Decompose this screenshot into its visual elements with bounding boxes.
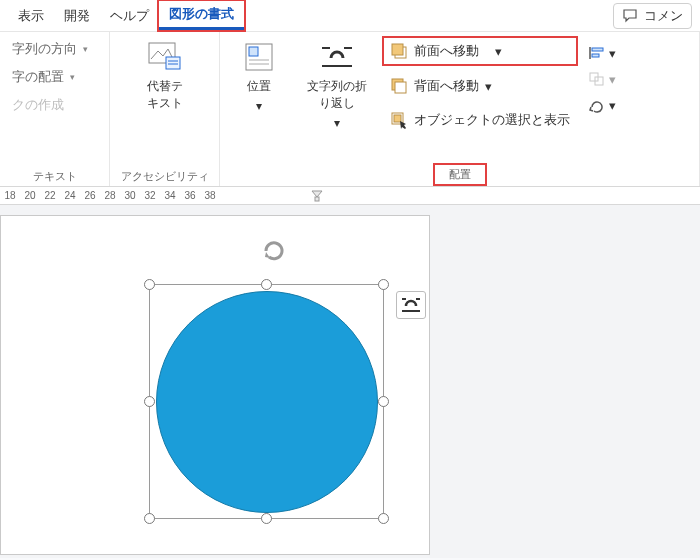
ruler-tick: 32 bbox=[140, 190, 160, 201]
position-label: 位置 bbox=[247, 78, 271, 95]
alt-text-button[interactable]: 代替テ キスト bbox=[134, 38, 196, 114]
chevron-down-icon: ▾ bbox=[495, 44, 502, 59]
chevron-down-icon: ▾ bbox=[609, 72, 616, 87]
layout-options-button[interactable] bbox=[396, 291, 426, 319]
svg-rect-19 bbox=[592, 54, 599, 57]
chevron-down-icon: ▾ bbox=[70, 72, 75, 82]
comments-button[interactable]: コメン bbox=[613, 3, 692, 29]
create-link-button: クの作成 bbox=[8, 94, 92, 116]
resize-handle-tl[interactable] bbox=[144, 279, 155, 290]
chevron-down-icon: ▾ bbox=[83, 44, 88, 54]
right-margin-marker-icon[interactable] bbox=[310, 189, 324, 203]
ruler-tick: 26 bbox=[80, 190, 100, 201]
create-link-label: クの作成 bbox=[12, 96, 64, 114]
resize-handle-tr[interactable] bbox=[378, 279, 389, 290]
oval-shape[interactable] bbox=[156, 291, 378, 513]
send-backward-icon bbox=[390, 77, 408, 95]
text-wrap-label: 文字列の折 り返し bbox=[307, 78, 367, 112]
rotate-icon bbox=[588, 96, 606, 114]
rotation-handle[interactable] bbox=[261, 238, 287, 264]
group-arrange-title: 配置 bbox=[435, 165, 485, 184]
picture-icon bbox=[148, 40, 182, 74]
selection-pane-icon bbox=[390, 111, 408, 129]
chevron-down-icon: ▾ bbox=[334, 116, 340, 130]
resize-handle-mr[interactable] bbox=[378, 396, 389, 407]
ruler-tick: 28 bbox=[100, 190, 120, 201]
text-wrap-button[interactable]: 文字列の折 り返し ▾ bbox=[298, 38, 376, 132]
send-backward-label: 背面へ移動 bbox=[414, 77, 479, 95]
ruler-tick: 38 bbox=[200, 190, 220, 201]
group-accessibility-title: アクセシビリティ bbox=[118, 167, 211, 184]
align-icon bbox=[588, 44, 606, 62]
chevron-down-icon: ▾ bbox=[256, 99, 262, 113]
text-direction-button[interactable]: 字列の方向▾ bbox=[8, 38, 92, 60]
selection-pane-label: オブジェクトの選択と表示 bbox=[414, 111, 570, 129]
comments-label: コメン bbox=[644, 7, 683, 25]
ruler-tick: 24 bbox=[60, 190, 80, 201]
resize-handle-ml[interactable] bbox=[144, 396, 155, 407]
ruler-tick: 22 bbox=[40, 190, 60, 201]
position-icon bbox=[242, 40, 276, 74]
bring-forward-label: 前面へ移動 bbox=[414, 42, 479, 60]
selection-pane-button[interactable]: オブジェクトの選択と表示 bbox=[384, 108, 576, 132]
tab-developer[interactable]: 開発 bbox=[54, 3, 100, 29]
chevron-down-icon: ▾ bbox=[609, 98, 616, 113]
text-align-label: 字の配置 bbox=[12, 68, 64, 86]
text-wrap-icon bbox=[400, 296, 422, 314]
svg-rect-1 bbox=[166, 57, 180, 69]
ruler-tick: 18 bbox=[0, 190, 20, 201]
alt-text-label: 代替テ キスト bbox=[147, 78, 183, 112]
group-icon bbox=[588, 70, 606, 88]
comment-icon bbox=[622, 7, 640, 25]
align-objects-button[interactable]: ▾ bbox=[588, 44, 616, 62]
resize-handle-br[interactable] bbox=[378, 513, 389, 524]
svg-rect-5 bbox=[249, 47, 258, 56]
tab-help[interactable]: ヘルプ bbox=[100, 3, 159, 29]
text-align-button[interactable]: 字の配置▾ bbox=[8, 66, 92, 88]
svg-rect-12 bbox=[392, 44, 403, 55]
text-direction-label: 字列の方向 bbox=[12, 40, 77, 58]
text-wrap-icon bbox=[320, 40, 354, 74]
ruler-tick: 20 bbox=[20, 190, 40, 201]
ruler-tick: 36 bbox=[180, 190, 200, 201]
tab-shape-format[interactable]: 図形の書式 bbox=[159, 1, 244, 30]
group-objects-button: ▾ bbox=[588, 70, 616, 88]
resize-handle-bm[interactable] bbox=[261, 513, 272, 524]
svg-rect-14 bbox=[395, 82, 406, 93]
send-backward-button[interactable]: 背面へ移動 ▾ bbox=[384, 74, 576, 98]
ruler-tick: 30 bbox=[120, 190, 140, 201]
position-button[interactable]: 位置 ▾ bbox=[228, 38, 290, 115]
shape-selection[interactable] bbox=[149, 284, 384, 519]
resize-handle-bl[interactable] bbox=[144, 513, 155, 524]
svg-rect-18 bbox=[592, 48, 603, 51]
bring-forward-icon bbox=[390, 42, 408, 60]
bring-forward-button[interactable]: 前面へ移動 ▾ bbox=[384, 38, 576, 64]
chevron-down-icon: ▾ bbox=[485, 79, 492, 94]
chevron-down-icon: ▾ bbox=[609, 46, 616, 61]
horizontal-ruler: 18 20 22 24 26 28 30 32 34 36 38 bbox=[0, 187, 700, 205]
resize-handle-tm[interactable] bbox=[261, 279, 272, 290]
tab-view[interactable]: 表示 bbox=[8, 3, 54, 29]
ruler-tick: 34 bbox=[160, 190, 180, 201]
svg-rect-22 bbox=[315, 197, 319, 201]
rotate-objects-button[interactable]: ▾ bbox=[588, 96, 616, 114]
svg-rect-16 bbox=[394, 115, 401, 122]
document-page[interactable] bbox=[0, 215, 430, 555]
group-text-title: テキスト bbox=[8, 167, 101, 184]
